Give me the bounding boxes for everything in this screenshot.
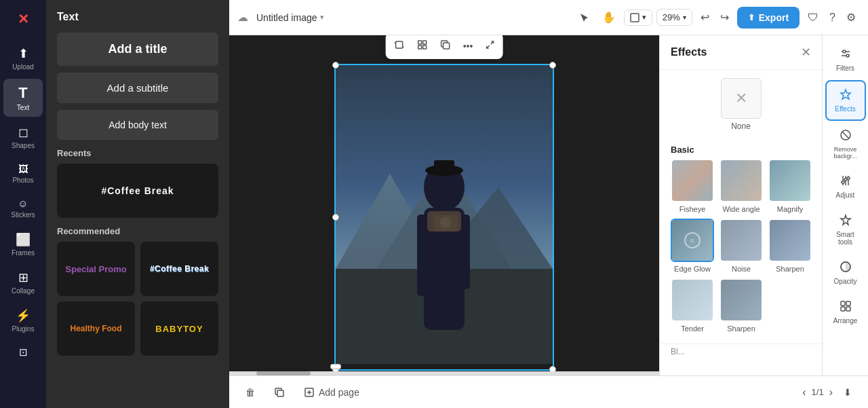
sidebar-effects[interactable]: Effects (825, 80, 866, 121)
effect-item-sharpen[interactable]: Sharpen (768, 219, 812, 273)
healthy-food-text: Healthy Food (70, 324, 121, 333)
handle-tr[interactable] (549, 62, 556, 69)
svg-rect-6 (418, 45, 422, 49)
svg-rect-45 (277, 390, 283, 396)
crop-button[interactable] (389, 35, 410, 56)
select-tool-button[interactable] (575, 8, 594, 27)
sidebar-adjust[interactable]: Adjust (825, 168, 866, 206)
copy-button[interactable] (435, 35, 456, 56)
effect-item-edge-glow[interactable]: ≈ Edge Glow (671, 219, 714, 273)
document-title-text: Untitled image (256, 12, 317, 23)
frame-tool-button[interactable]: ▾ (624, 10, 652, 26)
document-title-dropdown[interactable]: Untitled image ▾ (256, 12, 324, 23)
handle-lm[interactable] (332, 214, 339, 221)
rec-item-healthy-food[interactable]: Healthy Food (57, 301, 135, 356)
plugins-icon: ⚡ (16, 308, 31, 323)
sidebar-item-label: Collage (12, 287, 35, 295)
effect-item-wide-angle[interactable]: Wide angle (719, 159, 763, 213)
handle-bm[interactable] (330, 364, 341, 369)
horizontal-scrollbar[interactable] (229, 371, 659, 375)
edge-glow-thumbnail: ≈ (672, 220, 713, 261)
none-option[interactable]: ✕ None (660, 70, 822, 139)
undo-button[interactable]: ↩ (696, 7, 713, 28)
effects-sidebar-label: Effects (835, 105, 855, 113)
canvas-tools: ✋ ▾ 29% ▾ ↩ ↪ ⬆ Export (575, 7, 860, 29)
export-button[interactable]: ⬆ Export (737, 7, 800, 29)
more-options-button[interactable]: ••• (458, 37, 479, 56)
wide-angle-label: Wide angle (722, 205, 760, 213)
hand-tool-button[interactable]: ✋ (598, 7, 620, 28)
rec-item-special-promo[interactable]: Special Promo (57, 242, 135, 296)
delete-button[interactable]: 🗑 (240, 383, 260, 402)
sidebar-item-collage[interactable]: ⊞ Collage (3, 265, 43, 300)
sidebar-item-stickers[interactable]: ☺ Stickers (3, 192, 43, 224)
recent-item-coffee-break[interactable]: #Coffee Break (57, 164, 218, 218)
grid-button[interactable] (412, 35, 433, 56)
redo-button[interactable]: ↪ (716, 7, 733, 28)
edge-glow-preview: ≈ (671, 219, 714, 262)
settings-button[interactable]: ⚙ (842, 7, 860, 28)
sidebar-opacity[interactable]: Opacity (825, 254, 866, 292)
handle-tl[interactable] (332, 62, 339, 69)
magnify-label: Magnify (777, 205, 804, 213)
rec-item-babytoy[interactable]: BABYTOY (140, 301, 218, 356)
sidebar-arrange[interactable]: Arrange (825, 293, 866, 331)
app-logo[interactable]: ✕ (3, 5, 43, 33)
adjust-icon (840, 174, 852, 189)
sidebar-item-more[interactable]: ⊡ (3, 341, 43, 364)
sidebar-filters[interactable]: Filters (825, 41, 866, 79)
sidebar-item-photos[interactable]: 🖼 Photos (3, 157, 43, 189)
svg-line-31 (842, 132, 849, 138)
download-button[interactable]: ⬇ (838, 383, 857, 402)
sharpen-preview (768, 219, 812, 262)
sharpen-thumbnail (770, 220, 810, 261)
add-subtitle-button[interactable]: Add a subtitle (57, 73, 218, 103)
sidebar-item-upload[interactable]: ⬆ Upload (3, 41, 43, 76)
adjust-label: Adjust (836, 191, 855, 199)
effect-item-tender[interactable]: Tender (671, 278, 714, 333)
canvas-element[interactable] (334, 64, 554, 371)
next-page-button[interactable]: › (829, 386, 833, 398)
canvas-viewport[interactable]: Page 1 ••• (229, 35, 659, 375)
shield-button[interactable]: 🛡 (804, 7, 823, 28)
svg-rect-36 (842, 181, 844, 183)
svg-rect-44 (846, 307, 850, 311)
floating-toolbar: ••• (386, 35, 503, 59)
rec-item-coffee-break[interactable]: #Coffee Break (140, 242, 218, 296)
add-body-button[interactable]: Add body text (57, 110, 218, 140)
none-preview: ✕ (721, 78, 762, 119)
effect-item-sharpen2[interactable]: Sharpen (719, 278, 763, 333)
effects-close-button[interactable]: ✕ (801, 45, 811, 60)
main-area: ☁ Untitled image ▾ ✋ ▾ 29% ▾ ↩ (229, 0, 868, 408)
help-button[interactable]: ? (825, 7, 840, 28)
expand-button[interactable] (479, 36, 500, 56)
shapes-icon: ◻ (18, 125, 28, 140)
sidebar-item-plugins[interactable]: ⚡ Plugins (3, 303, 43, 338)
arrange-label: Arrange (833, 317, 858, 324)
undo-redo-group: ↩ ↪ (696, 7, 733, 28)
add-page-button[interactable]: Add page (298, 383, 365, 402)
prev-page-button[interactable]: ‹ (802, 386, 806, 398)
effect-item-noise[interactable]: Noise (719, 219, 763, 273)
copy-element-button[interactable] (269, 383, 290, 402)
sidebar-remove-bg[interactable]: Remove backgr... (825, 122, 866, 166)
hand-icon: ✋ (602, 11, 616, 24)
add-title-button[interactable]: Add a title (57, 33, 218, 66)
tender-thumbnail (672, 280, 713, 320)
sidebar-item-text[interactable]: T Text (3, 79, 43, 117)
upload-icon: ⬆ (18, 46, 28, 61)
effects-panel: Effects ✕ ✕ None Basic Fisheye (659, 35, 822, 375)
sharpen2-preview (719, 278, 763, 322)
coffee-break-text: #Coffee Break (150, 264, 209, 274)
effect-item-magnify[interactable]: Magnify (768, 159, 812, 213)
sidebar-smart-tools[interactable]: Smart tools (825, 207, 866, 253)
sidebar-item-shapes[interactable]: ◻ Shapes (3, 119, 43, 155)
none-label: None (731, 122, 751, 131)
zoom-control[interactable]: 29% ▾ (656, 9, 692, 26)
effect-item-fisheye[interactable]: Fisheye (671, 159, 714, 213)
stickers-icon: ☺ (18, 198, 28, 209)
opacity-icon (840, 261, 852, 276)
wide-angle-preview (719, 159, 763, 202)
sidebar-item-frames[interactable]: ⬜ Frames (3, 227, 43, 262)
undo-icon: ↩ (701, 11, 709, 24)
